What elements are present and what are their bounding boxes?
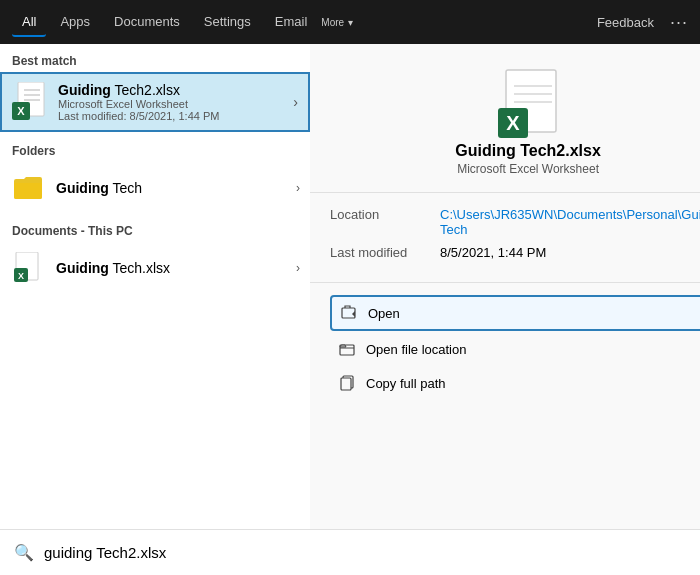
location-value[interactable]: C:\Users\JR635WN\Documents\Personal\Guid… <box>440 207 700 237</box>
svg-text:X: X <box>18 271 24 281</box>
tab-documents[interactable]: Documents <box>104 8 190 37</box>
best-match-meta: Last modified: 8/5/2021, 1:44 PM <box>58 110 285 122</box>
svg-text:X: X <box>506 112 520 134</box>
nav-right: Feedback ··· <box>597 12 688 33</box>
open-icon <box>340 304 358 322</box>
list-item[interactable]: Guiding Tech › <box>0 162 310 214</box>
last-modified-value: 8/5/2021, 1:44 PM <box>440 245 546 260</box>
detail-title: Guiding Tech2.xlsx <box>455 142 601 160</box>
meta-location-row: Location C:\Users\JR635WN\Documents\Pers… <box>330 207 700 237</box>
detail-subtitle: Microsoft Excel Worksheet <box>457 162 599 176</box>
copy-icon <box>338 374 356 392</box>
folder-item-title: Guiding Tech <box>56 180 296 196</box>
detail-excel-icon: X <box>496 68 560 132</box>
search-bar: 🔍 <box>0 529 700 575</box>
copy-full-path-button[interactable]: Copy full path <box>330 367 700 399</box>
documents-label: Documents - This PC <box>0 214 310 242</box>
right-panel: X Guiding Tech2.xlsx Microsoft Excel Wor… <box>310 44 700 529</box>
folder-arrow-icon: › <box>296 181 300 195</box>
meta-modified-row: Last modified 8/5/2021, 1:44 PM <box>330 245 700 260</box>
feedback-button[interactable]: Feedback <box>597 15 654 30</box>
list-item[interactable]: X Guiding Tech.xlsx › <box>0 242 310 294</box>
main-content: Best match X Guiding Tech2.xlsx Microsof… <box>0 44 700 529</box>
svg-rect-18 <box>341 378 351 390</box>
nav-tabs: All Apps Documents Settings Email More ▾ <box>12 8 597 37</box>
more-label: More <box>321 17 344 28</box>
open-file-location-label: Open file location <box>366 342 466 357</box>
best-match-text: Guiding Tech2.xlsx Microsoft Excel Works… <box>58 82 285 122</box>
best-match-arrow-icon: › <box>293 94 298 110</box>
excel-icon: X <box>12 84 48 120</box>
doc-arrow-icon: › <box>296 261 300 275</box>
search-input[interactable] <box>44 544 686 561</box>
best-match-item[interactable]: X Guiding Tech2.xlsx Microsoft Excel Wor… <box>0 72 310 132</box>
tab-apps[interactable]: Apps <box>50 8 100 37</box>
open-location-icon <box>338 340 356 358</box>
folders-label: Folders <box>0 134 310 162</box>
open-button[interactable]: Open <box>330 295 700 331</box>
detail-meta: Location C:\Users\JR635WN\Documents\Pers… <box>310 193 700 283</box>
folder-icon <box>10 170 46 206</box>
last-modified-label: Last modified <box>330 245 440 260</box>
best-match-title: Guiding Tech2.xlsx <box>58 82 285 98</box>
excel-doc-icon: X <box>10 250 46 286</box>
chevron-down-icon: ▾ <box>348 17 353 28</box>
more-options-button[interactable]: ··· <box>670 12 688 33</box>
open-file-location-button[interactable]: Open file location <box>330 333 700 365</box>
open-label: Open <box>368 306 400 321</box>
copy-full-path-label: Copy full path <box>366 376 446 391</box>
search-icon: 🔍 <box>14 543 34 562</box>
detail-actions: Open Open file location <box>310 283 700 413</box>
left-panel: Best match X Guiding Tech2.xlsx Microsof… <box>0 44 310 529</box>
tab-email[interactable]: Email <box>265 8 318 37</box>
tab-more[interactable]: More ▾ <box>321 8 353 37</box>
tab-settings[interactable]: Settings <box>194 8 261 37</box>
top-nav: All Apps Documents Settings Email More ▾… <box>0 0 700 44</box>
detail-header: X Guiding Tech2.xlsx Microsoft Excel Wor… <box>310 44 700 193</box>
best-match-label: Best match <box>0 44 310 72</box>
best-match-subtitle: Microsoft Excel Worksheet <box>58 98 285 110</box>
svg-text:X: X <box>17 105 25 117</box>
document-item-title: Guiding Tech.xlsx <box>56 260 296 276</box>
excel-file-icon: X <box>12 82 48 122</box>
location-label: Location <box>330 207 440 237</box>
tab-all[interactable]: All <box>12 8 46 37</box>
